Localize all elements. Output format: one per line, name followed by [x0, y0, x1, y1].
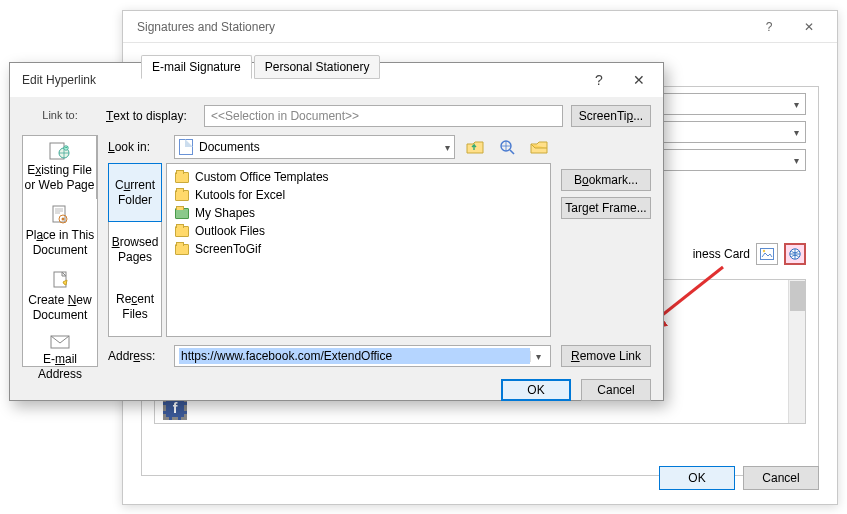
- text-to-display-field[interactable]: <<Selection in Document>>: [204, 105, 563, 127]
- remove-link-button[interactable]: Remove Link: [561, 345, 651, 367]
- right-buttons: Bookmark... Target Frame... Remove Link: [561, 135, 651, 367]
- help-button[interactable]: ?: [749, 12, 789, 42]
- browse-web-button[interactable]: [495, 135, 519, 159]
- browse-browsed-pages[interactable]: Browsed Pages: [109, 221, 161, 278]
- signatures-title: Signatures and Stationery: [131, 20, 749, 34]
- list-item[interactable]: ScreenToGif: [171, 240, 546, 258]
- scrollbar-thumb[interactable]: [790, 281, 805, 311]
- up-folder-button[interactable]: [463, 135, 487, 159]
- text-to-display-row: Link to: Text to display: <<Selection in…: [22, 105, 651, 127]
- folder-icon: [175, 190, 189, 201]
- edit-hyperlink-body: Link to: Text to display: <<Selection in…: [10, 97, 663, 411]
- hyperlink-main: Existing File or Web Page Place in This …: [22, 135, 651, 367]
- tab-email-signature[interactable]: E-mail Signature: [141, 55, 252, 79]
- list-item[interactable]: Outlook Files: [171, 222, 546, 240]
- file-list[interactable]: Custom Office Templates Kutools for Exce…: [166, 163, 551, 337]
- signatures-footer: OK Cancel: [659, 466, 819, 490]
- nav-existing-file[interactable]: Existing File or Web Page: [23, 136, 97, 199]
- nav-label: Existing File or Web Page: [25, 163, 95, 193]
- help-button[interactable]: ?: [579, 65, 619, 95]
- signatures-ok-button[interactable]: OK: [659, 466, 735, 490]
- nav-email-address[interactable]: E-mail Address: [23, 329, 97, 388]
- look-in-dropdown[interactable]: Documents ▾: [174, 135, 455, 159]
- look-in-label: Look in:: [108, 140, 166, 154]
- mail-icon: [50, 335, 70, 349]
- chevron-down-icon: ▾: [794, 155, 799, 166]
- business-card-label: iness Card: [693, 247, 750, 261]
- center-panel: Look in: Documents ▾: [108, 135, 551, 367]
- list-item[interactable]: Custom Office Templates: [171, 168, 546, 186]
- editor-scrollbar[interactable]: [788, 280, 805, 423]
- document-target-icon: [51, 205, 69, 225]
- ok-button[interactable]: OK: [501, 379, 571, 401]
- svg-line-14: [510, 150, 514, 154]
- insert-hyperlink-button[interactable]: [784, 243, 806, 265]
- browse-current-folder[interactable]: Current Folder: [108, 163, 162, 222]
- nav-label: Place in This Document: [25, 228, 95, 258]
- nav-place-in-doc[interactable]: Place in This Document: [23, 199, 97, 264]
- chevron-down-icon: ▾: [794, 127, 799, 138]
- list-item[interactable]: Kutools for Excel: [171, 186, 546, 204]
- chevron-down-icon: ▾: [445, 142, 450, 153]
- svg-point-9: [62, 218, 65, 221]
- look-in-row: Look in: Documents ▾: [108, 135, 551, 159]
- folder-icon: [175, 226, 189, 237]
- link-to-nav: Existing File or Web Page Place in This …: [22, 135, 98, 367]
- link-to-label: Link to:: [22, 105, 98, 127]
- chevron-down-icon[interactable]: ▾: [530, 351, 546, 362]
- nav-label: Create New Document: [25, 293, 95, 323]
- bookmark-button[interactable]: Bookmark...: [561, 169, 651, 191]
- nav-label: E-mail Address: [25, 352, 95, 382]
- close-button[interactable]: ✕: [789, 12, 829, 42]
- address-label: Address:: [108, 349, 166, 363]
- signatures-titlebar: Signatures and Stationery ? ✕: [123, 11, 837, 43]
- cancel-button[interactable]: Cancel: [581, 379, 651, 401]
- address-field[interactable]: ▾: [174, 345, 551, 367]
- folder-icon: [175, 172, 189, 183]
- tab-personal-stationery[interactable]: Personal Stationery: [254, 55, 381, 79]
- web-page-icon: [49, 142, 71, 160]
- folder-icon: [175, 208, 189, 219]
- chevron-down-icon: ▾: [794, 99, 799, 110]
- svg-point-1: [763, 250, 765, 252]
- browse-file-button[interactable]: [527, 135, 551, 159]
- screentip-button[interactable]: ScreenTip...: [571, 105, 651, 127]
- new-document-icon: [51, 270, 69, 290]
- browse-tabs: Current Folder Browsed Pages Recent File…: [108, 163, 162, 337]
- list-item[interactable]: My Shapes: [171, 204, 546, 222]
- target-frame-button[interactable]: Target Frame...: [561, 197, 651, 219]
- nav-create-new[interactable]: Create New Document: [23, 264, 97, 329]
- edit-hyperlink-dialog: Edit Hyperlink ? ✕ Link to: Text to disp…: [9, 62, 664, 401]
- browse-recent-files[interactable]: Recent Files: [109, 279, 161, 336]
- insert-image-button[interactable]: [756, 243, 778, 265]
- file-area: Current Folder Browsed Pages Recent File…: [108, 163, 551, 337]
- address-input[interactable]: [179, 348, 530, 364]
- folder-icon: [175, 244, 189, 255]
- signatures-cancel-button[interactable]: Cancel: [743, 466, 819, 490]
- hyperlink-footer: OK Cancel: [22, 379, 651, 401]
- close-button[interactable]: ✕: [619, 65, 659, 95]
- svg-rect-0: [761, 249, 774, 260]
- address-row: Address: ▾: [108, 345, 551, 367]
- text-to-display-label: Text to display:: [106, 105, 196, 127]
- documents-icon: [179, 139, 193, 155]
